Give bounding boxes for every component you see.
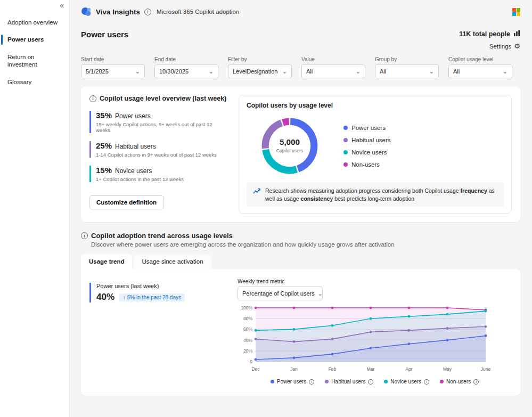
trend-legend-habitual-users[interactable]: Habitual users	[325, 379, 373, 385]
group-by-dropdown[interactable]: All	[375, 64, 439, 78]
stat-power-users: 35% Power users 15+ weekly Copilot actio…	[89, 111, 227, 133]
info-icon[interactable]	[368, 379, 373, 385]
trend-section-title-row: Copilot adoption trend across usage leve…	[69, 222, 532, 241]
trend-metric-value: 40%	[96, 292, 114, 302]
trend-tabs: Usage trend Usage since activation	[69, 254, 532, 269]
legend-dot	[384, 380, 388, 383]
stat-label: Novice users	[115, 167, 152, 175]
copilot-usage-level-dropdown[interactable]: All	[448, 64, 512, 78]
value-value: All	[306, 68, 313, 75]
info-icon[interactable]	[309, 379, 314, 385]
note-bold: frequency	[461, 187, 487, 194]
bar-chart-icon[interactable]	[513, 30, 520, 38]
tab-usage-trend[interactable]: Usage trend	[81, 254, 132, 269]
legend-dot	[343, 150, 348, 154]
legend-label: Habitual users	[331, 379, 365, 385]
overview-title-row: Copilot usage level overview (last week)	[89, 95, 227, 102]
app-root: « Adoption overview Power users Return o…	[0, 0, 532, 417]
start-date-dropdown[interactable]: 5/1/2025	[81, 64, 145, 78]
value-dropdown[interactable]: All	[301, 64, 365, 78]
end-date-value: 10/30/2025	[159, 68, 189, 75]
stat-percent: 15%	[96, 166, 112, 175]
legend-label: Non-users	[446, 379, 471, 385]
filter-label: Group by	[375, 56, 439, 62]
svg-text:20%: 20%	[243, 348, 252, 354]
sidebar-item-return-on-investment[interactable]: Return on investment	[0, 48, 69, 73]
weekly-trend-metric-dropdown[interactable]: Percentage of Copilot users	[238, 287, 323, 300]
app-launcher-icon[interactable]	[512, 8, 520, 16]
legend-item-non-users[interactable]: Non-users	[343, 161, 391, 168]
stat-novice-users: 15% Novice users 1+ Copilot actions in t…	[89, 166, 227, 182]
stat-description: 15+ weekly Copilot actions, 9+ weeks out…	[96, 121, 227, 133]
note-bold: consistency	[301, 195, 333, 202]
filter-start-date: Start date 5/1/2025	[81, 56, 145, 78]
donut-card: Copilot users by usage level 5,000 Copil…	[239, 95, 512, 214]
legend-label: Habitual users	[351, 137, 391, 143]
trend-metric-block: Power users (last week) 40% ↑ 5% in the …	[89, 279, 223, 389]
legend-item-novice-users[interactable]: Novice users	[343, 149, 391, 156]
trend-chart-svg: 020%40%60%80%100%DecJanFebMarAprMayJune	[238, 304, 493, 375]
legend-dot	[343, 162, 348, 167]
sidebar: « Adoption overview Power users Return o…	[0, 0, 69, 417]
info-icon[interactable]	[81, 232, 88, 239]
total-people: 11K total people	[459, 30, 520, 38]
svg-text:Jan: Jan	[290, 366, 298, 372]
filter-value: Value All	[301, 56, 365, 78]
info-icon[interactable]	[424, 379, 429, 385]
overview-left: Copilot usage level overview (last week)…	[89, 95, 227, 214]
legend-item-power-users[interactable]: Power users	[343, 125, 391, 131]
legend-item-habitual-users[interactable]: Habitual users	[343, 137, 391, 143]
customize-definition-button[interactable]: Customize definition	[89, 195, 163, 209]
weekly-trend-metric-label: Weekly trend metric	[238, 279, 512, 284]
note-text: Research shows measuring adoption progre…	[265, 187, 459, 194]
sidebar-item-power-users[interactable]: Power users	[0, 31, 69, 48]
sidebar-item-glossary[interactable]: Glossary	[0, 73, 69, 91]
legend-label: Novice users	[390, 379, 421, 385]
stat-description: 1-14 Copilot actions in 9+ weeks out of …	[96, 152, 227, 158]
top-bar: Viva Insights Microsoft 365 Copilot adop…	[69, 0, 532, 23]
svg-text:0: 0	[250, 359, 252, 364]
trend-legend-power-users[interactable]: Power users	[271, 379, 315, 385]
filter-label: Value	[301, 56, 365, 62]
trend-section-subtitle: Discover where power users are emerging …	[69, 241, 532, 254]
svg-text:60%: 60%	[243, 327, 252, 332]
info-icon[interactable]	[473, 379, 479, 385]
donut-row: 5,000 Copilot users Power users Habitual…	[247, 109, 504, 183]
donut-legend: Power users Habitual users Novice users	[343, 125, 391, 168]
research-trend-icon	[253, 188, 260, 194]
trend-legend: Power users Habitual users Novice users	[238, 379, 512, 385]
donut-chart-svg: 5,000 Copilot users	[258, 115, 321, 177]
filter-by-value: LevelDesignation	[233, 68, 277, 75]
tab-usage-since-activation[interactable]: Usage since activation	[134, 254, 211, 269]
settings-button[interactable]: Settings ⚙	[459, 42, 520, 50]
svg-text:40%: 40%	[243, 338, 252, 343]
info-icon[interactable]	[89, 95, 96, 102]
legend-label: Novice users	[351, 149, 387, 156]
trend-legend-non-users[interactable]: Non-users	[440, 379, 479, 385]
stat-label: Habitual users	[115, 143, 156, 150]
svg-text:Apr: Apr	[405, 366, 412, 372]
svg-text:100%: 100%	[241, 305, 252, 310]
legend-label: Non-users	[351, 161, 380, 168]
sidebar-item-adoption-overview[interactable]: Adoption overview	[0, 14, 69, 31]
filter-by-dropdown[interactable]: LevelDesignation	[228, 64, 292, 78]
usage-trend-card: Power users (last week) 40% ↑ 5% in the …	[81, 269, 520, 396]
end-date-dropdown[interactable]: 10/30/2025	[154, 64, 218, 78]
stat-percent: 25%	[96, 141, 112, 150]
filter-label: Start date	[81, 56, 145, 62]
settings-label: Settings	[489, 43, 512, 50]
svg-text:May: May	[443, 366, 452, 372]
stat-description: 1+ Copilot actions in the past 12 weeks	[96, 176, 227, 182]
trend-chart: 020%40%60%80%100%DecJanFebMarAprMayJune	[238, 304, 512, 378]
total-people-label: 11K total people	[459, 30, 510, 38]
title-right: 11K total people Settings ⚙	[459, 30, 520, 50]
trend-legend-novice-users[interactable]: Novice users	[384, 379, 429, 385]
sidebar-nav: Adoption overview Power users Return on …	[0, 0, 69, 91]
stat-percent: 35%	[96, 111, 112, 120]
info-icon[interactable]	[144, 9, 151, 15]
donut-center-label: Copilot users	[276, 148, 303, 153]
start-date-value: 5/1/2025	[86, 68, 109, 75]
overview-title: Copilot usage level overview (last week)	[100, 95, 226, 102]
svg-text:80%: 80%	[243, 316, 252, 322]
sidebar-collapse-icon[interactable]: «	[60, 1, 64, 10]
